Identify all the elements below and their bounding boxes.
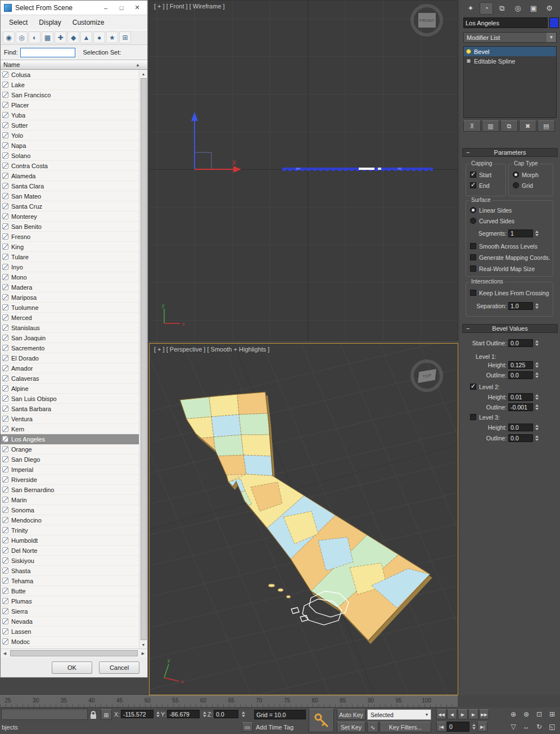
segments-spinner[interactable] — [534, 229, 540, 237]
y-coordinate-spinner[interactable] — [201, 710, 207, 718]
perspective-scene[interactable] — [150, 344, 458, 695]
list-item[interactable]: Monterey — [1, 211, 139, 222]
timeline-tick[interactable]: 45 — [116, 697, 123, 704]
list-item[interactable]: Humboldt — [1, 535, 139, 546]
separation-spinner[interactable] — [534, 302, 540, 310]
menu-customize[interactable]: Customize — [67, 17, 110, 28]
timeline-tick[interactable]: 35 — [61, 697, 67, 704]
level2-checkbox[interactable] — [470, 384, 476, 390]
generate-mapping-coords-checkbox[interactable] — [470, 254, 476, 260]
level3-height-spinner[interactable] — [534, 424, 540, 431]
bevel-values-rollout-header[interactable]: − Bevel Values — [462, 324, 558, 333]
modifier-stack-item[interactable]: +Editable Spline — [464, 56, 556, 66]
list-item[interactable]: Tehama — [1, 576, 139, 586]
show-end-result-icon[interactable]: ▥ — [482, 120, 499, 132]
go-to-end-button[interactable]: ▶| — [477, 722, 487, 732]
time-tag-icon[interactable]: ▭ — [242, 722, 253, 732]
list-item[interactable]: Mendocino — [1, 515, 139, 525]
list-item[interactable]: San Benito — [1, 222, 139, 232]
menu-display[interactable]: Display — [34, 17, 66, 28]
scrollbar-thumb[interactable] — [141, 78, 147, 640]
timeline-tick[interactable]: 75 — [284, 697, 290, 704]
display-tab[interactable]: ▣ — [527, 2, 540, 15]
play-button[interactable]: ▶ — [458, 709, 468, 719]
level2-outline-spinner[interactable] — [534, 403, 540, 411]
morph-radio[interactable] — [513, 172, 519, 178]
beveled-spline-front-view[interactable] — [282, 168, 433, 170]
previous-frame-button[interactable]: ◀ — [447, 709, 457, 719]
list-item[interactable]: Tuolumne — [1, 303, 139, 313]
viewcube-perspective[interactable]: TOP — [407, 358, 450, 395]
level3-outline-spinner[interactable] — [534, 434, 540, 442]
list-item[interactable]: Yuba — [1, 110, 139, 120]
orbit-icon[interactable]: ↻ — [533, 721, 545, 732]
zoom-icon[interactable]: ⊕ — [507, 709, 520, 720]
list-item[interactable]: El Dorado — [1, 353, 139, 363]
timeline-tick[interactable]: 100 — [422, 697, 431, 704]
field-of-view-icon[interactable]: ▽ — [507, 721, 520, 732]
timeline-tick[interactable]: 50 — [144, 697, 151, 704]
chevron-down-icon[interactable]: ▾ — [547, 33, 556, 42]
list-item[interactable]: Butte — [1, 586, 139, 596]
list-item[interactable]: Sierra — [1, 606, 139, 616]
list-item[interactable]: San Joaquin — [1, 333, 139, 343]
list-item[interactable]: King — [1, 242, 139, 252]
configure-modifier-sets-icon[interactable]: ▤ — [538, 120, 555, 132]
list-item[interactable]: Tulare — [1, 252, 139, 262]
list-item[interactable]: San Luis Obispo — [1, 394, 139, 404]
list-item[interactable]: Shasta — [1, 566, 139, 576]
list-item[interactable]: Plumas — [1, 596, 139, 606]
selection-lock-icon[interactable] — [89, 710, 97, 719]
modifier-stack-item[interactable]: Bevel — [464, 47, 556, 56]
vertical-scrollbar[interactable]: ▲ ▼ — [139, 70, 147, 649]
perspective-viewport[interactable]: [ + ] [ Perspective ] [ Smooth + Highlig… — [149, 343, 458, 695]
track-bar[interactable]: 253035404550556065707580859095100 — [0, 695, 458, 708]
key-filters-button[interactable]: Key Filters... — [380, 722, 431, 732]
collapse-icon[interactable]: − — [466, 325, 469, 332]
viewcube-face-label[interactable]: FRONT — [418, 13, 436, 28]
close-button[interactable]: ✕ — [129, 2, 145, 13]
list-item[interactable]: Sutter — [1, 120, 139, 130]
maximize-button[interactable]: □ — [114, 2, 129, 13]
modifier-list-dropdown[interactable]: Modifier List ▾ — [463, 32, 557, 43]
timeline-tick[interactable]: 90 — [368, 697, 374, 704]
zoom-extents-all-icon[interactable]: ⊞ — [546, 709, 558, 720]
display-lights-icon[interactable]: ◆ — [67, 31, 79, 43]
level3-height-field[interactable]: 0.0 — [508, 424, 533, 431]
frame-spinner[interactable] — [471, 723, 477, 731]
z-coordinate-field[interactable]: 0.0 — [214, 710, 238, 718]
level2-height-spinner[interactable] — [534, 393, 540, 401]
add-time-tag[interactable]: Add Time Tag — [256, 724, 293, 731]
list-item[interactable]: Los Angeles — [1, 434, 139, 444]
list-item[interactable]: Nevada — [1, 616, 139, 627]
list-item[interactable]: Mariposa — [1, 292, 139, 303]
level1-height-field[interactable]: 0.125 — [508, 361, 533, 369]
list-item[interactable]: Amador — [1, 363, 139, 373]
pan-icon[interactable]: ↔ — [520, 721, 532, 732]
scrollbar-thumb[interactable] — [10, 650, 138, 656]
select-all-icon[interactable]: ◉ — [3, 31, 15, 43]
start-checkbox[interactable] — [470, 172, 476, 178]
list-item[interactable]: Merced — [1, 313, 139, 323]
select-invert-icon[interactable]: ◐ — [29, 31, 40, 43]
timeline-tick[interactable]: 60 — [200, 697, 206, 704]
list-item[interactable]: Modoc — [1, 637, 139, 647]
scroll-down-icon[interactable]: ▼ — [139, 641, 148, 649]
level2-height-field[interactable]: 0.01 — [508, 393, 533, 401]
z-coordinate-spinner[interactable] — [240, 710, 246, 718]
grid-radio[interactable] — [513, 182, 519, 188]
next-key-button[interactable]: ▶▶ — [479, 709, 489, 719]
level1-outline-spinner[interactable] — [534, 371, 540, 379]
timeline-tick[interactable]: 95 — [396, 697, 402, 704]
display-shapes-icon[interactable]: ✚ — [55, 31, 66, 43]
list-item[interactable]: Santa Cruz — [1, 201, 139, 211]
list-item[interactable]: Kern — [1, 424, 139, 434]
timeline-tick[interactable]: 40 — [88, 697, 94, 704]
cancel-button[interactable]: Cancel — [99, 661, 139, 674]
key-tangent-icon[interactable]: ∿ — [367, 722, 378, 732]
create-tab[interactable]: ✦ — [464, 2, 477, 15]
name-column-header[interactable]: Name ▲ — [1, 60, 147, 70]
start-outline-spinner[interactable] — [534, 339, 540, 347]
list-item[interactable]: Santa Clara — [1, 181, 139, 191]
select-none-icon[interactable]: ◎ — [16, 31, 28, 43]
